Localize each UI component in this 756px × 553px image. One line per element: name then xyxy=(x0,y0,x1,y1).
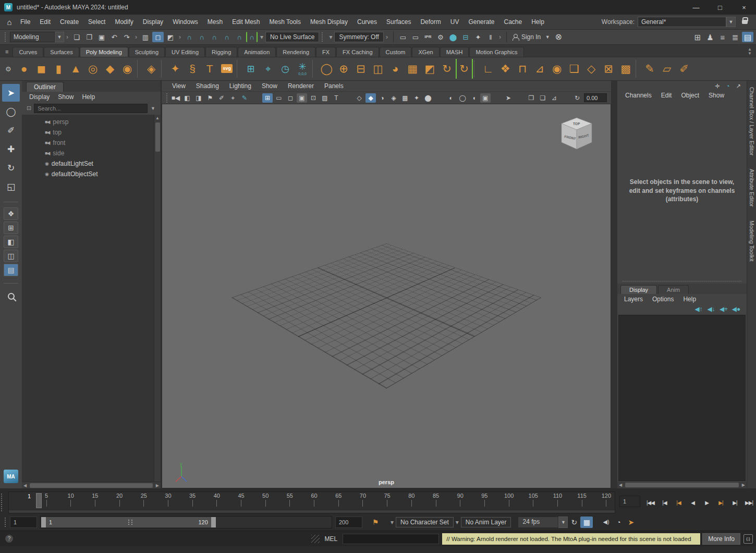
camera-attributes-icon[interactable]: ◧ xyxy=(182,93,192,103)
move-layer-down-icon[interactable]: ◀↓ xyxy=(705,304,717,314)
menu-item[interactable]: Edit xyxy=(35,15,55,29)
step-forward-key-button[interactable]: ▶| xyxy=(714,496,728,509)
menu-item[interactable]: Surfaces xyxy=(382,15,416,29)
menu-item[interactable]: Select xyxy=(83,15,110,29)
sign-in-dropdown-arrow[interactable]: ▼ xyxy=(543,32,552,42)
poly-pipe-icon[interactable]: ◉ xyxy=(119,59,136,79)
hypershade-icon[interactable]: ⬤ xyxy=(447,32,459,42)
quad-draw-icon[interactable]: ▱ xyxy=(659,59,676,79)
zoom-pivot-icon[interactable]: ⌖ xyxy=(228,93,238,103)
add-layer-from-selected-icon[interactable]: ◀● xyxy=(730,304,742,314)
animation-graph-icon[interactable]: ↗ xyxy=(734,82,743,90)
group-collapse-arrow[interactable]: › xyxy=(499,33,501,41)
outliner-item[interactable]: ■◀ side xyxy=(22,148,154,158)
fps-select[interactable]: 24 fps xyxy=(518,517,558,528)
shelf-scroll-arrows[interactable]: ▲ ▼ xyxy=(746,47,754,57)
workspace-lock-icon[interactable] xyxy=(742,20,748,24)
outliner-item[interactable]: ■◀ front xyxy=(22,138,154,148)
resolution-gate-icon[interactable]: ◻ xyxy=(285,93,296,103)
boolean-icon[interactable]: ◯ xyxy=(318,59,335,79)
select-component-icon[interactable]: ◩ xyxy=(165,32,176,42)
go-to-start-button[interactable]: |◀◀ xyxy=(643,496,657,509)
snap-to-projected-center-icon[interactable]: ∩ xyxy=(221,32,233,42)
close-button[interactable]: × xyxy=(732,0,756,15)
move-layer-up-icon[interactable]: ◀↑ xyxy=(693,304,704,314)
transfer-attributes-icon[interactable]: ▩ xyxy=(617,59,635,79)
viewport-menu-item[interactable]: View xyxy=(167,82,191,90)
menu-item[interactable]: Mesh xyxy=(203,15,227,29)
workspace-select[interactable]: General* xyxy=(638,17,726,27)
viewport-menu-item[interactable]: Show xyxy=(257,82,283,90)
layout-outliner-persp[interactable]: ▤ xyxy=(4,264,18,276)
workspace-cube-icon[interactable]: ⊞ xyxy=(692,32,703,42)
spin-edge-backward-icon[interactable]: ↻ xyxy=(438,59,456,79)
view-cube[interactable]: TOP FRONT RIGHT xyxy=(557,115,596,153)
step-back-key-button[interactable]: |◀ xyxy=(672,496,686,509)
modeling-toolkit-icon[interactable]: ⊞ xyxy=(242,59,260,79)
snap-to-view-plane-icon[interactable]: ∩ xyxy=(234,32,245,42)
group-collapse-arrow[interactable]: › xyxy=(386,33,388,41)
move-tool[interactable]: ✚ xyxy=(2,140,20,158)
symmetrize-icon[interactable]: ⊠ xyxy=(600,59,617,79)
menu-item[interactable]: Modify xyxy=(110,15,138,29)
menu-item[interactable]: Generate xyxy=(464,15,499,29)
current-frame-field[interactable] xyxy=(619,496,640,507)
shelf-tab[interactable]: Rendering xyxy=(276,47,315,57)
shelf-tab[interactable]: Curves xyxy=(13,47,43,57)
shelf-menu-icon[interactable]: ≡ xyxy=(2,48,13,57)
scroll-up-icon[interactable]: ▲ xyxy=(154,115,161,121)
layer-list[interactable] xyxy=(618,315,746,481)
character-set-arrow[interactable]: ▾ xyxy=(391,519,394,526)
select-object-icon[interactable]: ◻ xyxy=(152,32,164,42)
rotate-tool[interactable]: ↻ xyxy=(2,159,20,177)
go-to-end-button[interactable]: ▶▶| xyxy=(742,496,756,509)
layer-editor-menu-item[interactable]: Layers xyxy=(619,296,648,303)
outliner-search-dropdown-icon[interactable]: ▼ xyxy=(148,106,158,111)
film-gate-icon[interactable]: ▭ xyxy=(274,93,284,103)
menu-item[interactable]: Mesh Display xyxy=(306,15,352,29)
layout-two-pane-stacked[interactable]: ◫ xyxy=(4,250,18,262)
flip-edge-icon[interactable]: ◇ xyxy=(583,59,600,79)
layer-editor-menu-item[interactable]: Options xyxy=(648,296,678,303)
range-center-grip[interactable] xyxy=(128,520,132,525)
construction-plane-icon[interactable]: ⌖ xyxy=(260,59,277,79)
panel-splitter[interactable] xyxy=(623,281,741,281)
image-plane-icon[interactable]: ▨ xyxy=(320,93,330,103)
range-start-handle[interactable] xyxy=(41,517,46,527)
screen-space-ao-icon[interactable]: ◐ xyxy=(446,93,456,103)
svg-tool-icon[interactable]: svg xyxy=(218,59,236,79)
outliner-item[interactable]: ■◀ persp xyxy=(22,117,154,127)
viewport-menu-item[interactable]: Renderer xyxy=(283,82,319,90)
viewport-menu-item[interactable]: Lighting xyxy=(224,82,257,90)
select-tool[interactable]: ➤ xyxy=(2,84,20,102)
menu-item[interactable]: Edit Mesh xyxy=(227,15,264,29)
hud-icon[interactable]: T xyxy=(331,93,342,103)
exposure-field[interactable] xyxy=(584,93,607,102)
layer-editor-tab[interactable]: Display xyxy=(620,285,657,294)
resize-grip[interactable] xyxy=(311,535,320,543)
lights-icon[interactable]: ✦ xyxy=(411,93,422,103)
scrollbar-thumb[interactable] xyxy=(625,483,739,487)
mel-toggle[interactable]: MEL xyxy=(320,535,343,543)
camera-icon[interactable]: ■◀ xyxy=(170,93,181,103)
shadows-icon[interactable]: ⬤ xyxy=(423,93,433,103)
menu-item[interactable]: Windows xyxy=(168,15,203,29)
shelf-gear-icon[interactable]: ⚙ xyxy=(1,65,16,73)
offline-status-icon[interactable]: ⊗ xyxy=(553,32,564,42)
motion-blur-icon[interactable]: ◯ xyxy=(457,93,468,103)
redo-icon[interactable]: ↷ xyxy=(121,32,132,42)
shelf-tab[interactable]: Sculpting xyxy=(129,47,165,57)
scroll-left-icon[interactable]: ◀ xyxy=(617,482,624,488)
poly-torus-icon[interactable]: ◎ xyxy=(84,59,102,79)
bookmark-icon[interactable]: ⚑ xyxy=(205,93,215,103)
layout-single-pane[interactable]: ❖ xyxy=(4,207,18,220)
more-info-button[interactable]: More Info xyxy=(702,533,740,545)
audio-icon[interactable]: ◀) xyxy=(600,517,612,528)
poly-platonic-solid-icon[interactable]: ◈ xyxy=(143,59,160,79)
animation-end-field[interactable] xyxy=(335,517,362,528)
shelf-tab[interactable]: Animation xyxy=(238,47,276,57)
annotate-icon[interactable]: ✎ xyxy=(239,93,250,103)
snap-to-origin-icon[interactable]: ✳0,0,0 xyxy=(294,59,311,79)
sweep-mesh-icon[interactable]: ✦ xyxy=(167,59,184,79)
checkered-icon[interactable]: ▩ xyxy=(400,93,410,103)
